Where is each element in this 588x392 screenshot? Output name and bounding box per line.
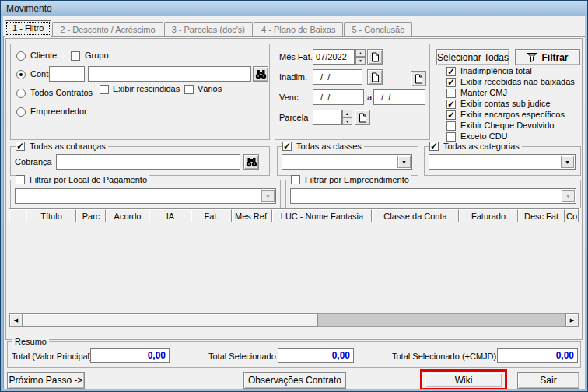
column-header-luc-nome-fantasia[interactable]: LUC - Nome Fantasia xyxy=(272,209,372,222)
column-header-ia[interactable]: IA xyxy=(149,209,191,222)
local-pagamento-dropdown[interactable]: ▼ xyxy=(15,188,276,204)
total-valor-principal-value: 0,00 xyxy=(90,348,170,363)
column-header-fat[interactable]: Fat. xyxy=(191,209,232,222)
column-header-classe-conta[interactable]: Classe da Conta xyxy=(372,209,459,222)
checkbox-exibir-rescindidas-label: Exibir rescindidas xyxy=(113,84,180,93)
contr-code-input[interactable] xyxy=(49,66,85,82)
radio-contr[interactable] xyxy=(16,70,26,79)
column-header-faturado[interactable]: Faturado xyxy=(459,209,518,222)
checkbox-encargos-especificos[interactable] xyxy=(446,110,456,120)
window-border-bottom xyxy=(1,389,587,391)
window-border-left xyxy=(1,16,3,391)
filtrar-label: Filtrar xyxy=(541,52,568,63)
column-header-mes-ref[interactable]: Mes Ref. xyxy=(232,209,272,222)
inadim-extra-picker-button[interactable] xyxy=(411,71,426,86)
scrollbar-thumb[interactable] xyxy=(23,313,318,327)
categorias-dropdown[interactable]: ▼ xyxy=(429,154,576,170)
checkbox-todas-classes[interactable] xyxy=(282,142,292,151)
contr-search-button[interactable] xyxy=(253,66,268,82)
selecionar-todas-label: Selecionar Todas xyxy=(437,52,509,63)
column-header-parc[interactable]: Parc xyxy=(76,209,106,222)
sair-label: Sair xyxy=(540,375,556,386)
table-header-row: Título Parc Acordo IA Fat. Mes Ref. LUC … xyxy=(9,209,579,222)
mes-fat-spinner[interactable]: ▲▼ xyxy=(355,49,366,65)
inadim-picker-button[interactable] xyxy=(367,69,383,85)
checkbox-varios[interactable] xyxy=(184,85,194,94)
mes-fat-input[interactable] xyxy=(313,49,355,65)
proximo-passo-button[interactable]: Próximo Passo -> xyxy=(7,372,85,389)
checkbox-cheque-devolvido-label: Exibir Cheque Devolvido xyxy=(460,121,554,130)
tab-conclusao[interactable]: 5 - Conclusão xyxy=(344,22,412,37)
column-header-desc-fat[interactable]: Desc Fat xyxy=(518,209,565,222)
sair-button[interactable]: Sair xyxy=(517,372,579,389)
checkbox-contas-sub-judice[interactable] xyxy=(446,100,456,109)
checkbox-inadimplencia-total[interactable] xyxy=(446,67,456,76)
observacoes-contrato-button[interactable]: Observações Contrato xyxy=(243,372,346,389)
column-header-select[interactable] xyxy=(9,209,26,222)
empreendimento-dropdown[interactable]: ▼ xyxy=(290,188,576,204)
column-header-titulo[interactable]: Título xyxy=(26,209,76,222)
selecionar-todas-button[interactable]: Selecionar Todas xyxy=(436,49,509,65)
checkbox-todas-categorias[interactable] xyxy=(429,142,439,151)
checkbox-exibir-recebidas[interactable] xyxy=(446,78,456,87)
inadim-input[interactable] xyxy=(313,69,362,85)
column-header-co[interactable]: Co xyxy=(565,209,579,222)
total-selecionado-label: Total Selecionado xyxy=(208,352,276,361)
radio-cliente-label: Cliente xyxy=(30,51,57,60)
column-header-acordo[interactable]: Acordo xyxy=(106,209,149,222)
local-pagamento-groupbox-title: Filtrar por Local de Pagamento xyxy=(16,175,149,184)
scroll-left-icon[interactable]: ◀ xyxy=(9,313,23,327)
binoculars-icon xyxy=(255,69,267,79)
tab-parcelas[interactable]: 3 - Parcelas (doc's) xyxy=(164,22,253,37)
categorias-groupbox-title: Todas as categorias xyxy=(429,142,522,151)
checkbox-cheque-devolvido[interactable] xyxy=(446,121,456,131)
parcela-picker-button[interactable] xyxy=(355,110,370,125)
total-valor-principal-label: Total (Valor Principal) xyxy=(12,352,93,361)
annotation-highlight-rectangle xyxy=(420,369,507,390)
spin-down-icon[interactable]: ▼ xyxy=(342,117,352,125)
checkbox-manter-cmj[interactable] xyxy=(446,89,456,98)
checkbox-manter-cmj-label: Manter CMJ xyxy=(460,88,507,97)
filtrar-button[interactable]: Filtrar xyxy=(515,49,580,65)
parcela-input[interactable] xyxy=(313,110,342,125)
cobranca-search-button[interactable] xyxy=(243,154,259,170)
chevron-down-icon[interactable]: ▼ xyxy=(397,156,411,168)
checkbox-exceto-cdu[interactable] xyxy=(446,132,456,142)
venc-to-input[interactable] xyxy=(373,89,425,105)
radio-empreendedor-label: Empreendedor xyxy=(30,107,87,116)
parcela-spinner[interactable]: ▲▼ xyxy=(342,110,352,125)
chevron-down-icon[interactable]: ▼ xyxy=(561,156,574,168)
checkbox-varios-label: Vários xyxy=(198,84,222,93)
classes-groupbox-title: Todas as classes xyxy=(282,142,364,151)
tab-plano-baixas[interactable]: 4 - Plano de Baixas xyxy=(254,22,343,37)
total-selecionado-cmjd-label: Total Selecionado (+CMJD) xyxy=(392,352,496,361)
table-horizontal-scrollbar[interactable]: ◀ ▶ xyxy=(9,313,579,327)
scrollbar-track[interactable] xyxy=(318,313,565,327)
document-icon xyxy=(371,52,380,62)
radio-cliente[interactable] xyxy=(16,51,26,61)
venc-from-input[interactable] xyxy=(313,89,364,105)
checkbox-filtrar-empreendimento[interactable] xyxy=(291,175,300,184)
mes-fat-picker-button[interactable] xyxy=(367,49,383,65)
spin-up-icon[interactable]: ▲ xyxy=(355,49,366,57)
spin-up-icon[interactable]: ▲ xyxy=(342,110,352,117)
window-titlebar[interactable]: Movimento xyxy=(1,1,587,16)
classes-dropdown[interactable]: ▼ xyxy=(282,154,412,170)
tab-desconto-acrescimo[interactable]: 2 - Desconto / Acréscimo xyxy=(52,22,163,37)
total-selecionado-cmjd-value: 0,00 xyxy=(497,348,578,363)
cobranca-groupbox-title: Todas as cobranças xyxy=(16,142,108,151)
checkbox-todas-cobrancas[interactable] xyxy=(16,142,25,151)
checkbox-exibir-recebidas-label: Exibir recebidas não baixadas xyxy=(460,77,575,86)
checkbox-grupo[interactable] xyxy=(71,51,80,61)
tab-filtro[interactable]: 1 - Filtro xyxy=(5,20,51,37)
radio-todos-contratos-label: Todos Contratos xyxy=(30,88,93,97)
checkbox-filtrar-local-pagamento[interactable] xyxy=(16,175,25,184)
scroll-right-icon[interactable]: ▶ xyxy=(565,313,579,327)
checkbox-exibir-rescindidas[interactable] xyxy=(100,85,109,94)
cobranca-input[interactable] xyxy=(56,154,240,170)
radio-todos-contratos[interactable] xyxy=(16,89,26,98)
spin-down-icon[interactable]: ▼ xyxy=(355,57,366,65)
contr-name-input[interactable] xyxy=(88,66,251,82)
checkbox-contas-sub-judice-label: Exibir contas sub judice xyxy=(460,99,551,108)
radio-empreendedor[interactable] xyxy=(16,107,26,117)
